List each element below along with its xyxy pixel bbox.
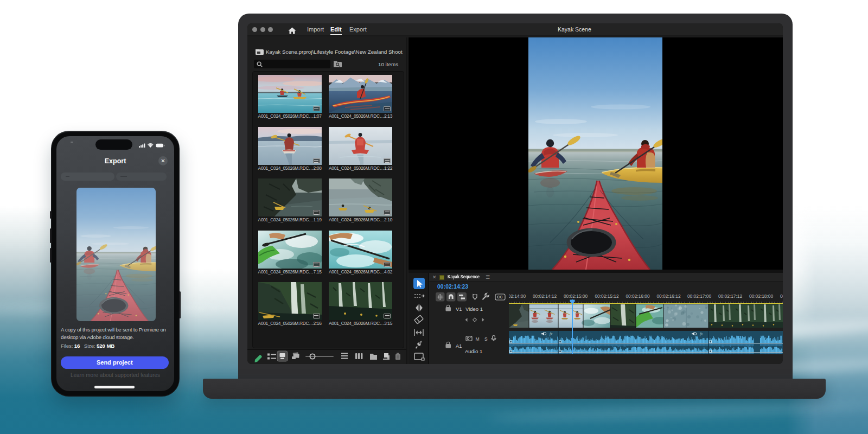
svg-text:CC: CC <box>497 295 502 299</box>
svg-text:A1: A1 <box>456 343 462 349</box>
svg-text:fx: fx <box>550 331 553 336</box>
svg-text:Video 1: Video 1 <box>465 306 483 312</box>
svg-text:fx: fx <box>700 331 703 336</box>
svg-text:Audio 1: Audio 1 <box>465 348 482 354</box>
svg-text:V1: V1 <box>456 306 462 312</box>
svg-text:S: S <box>484 336 488 342</box>
svg-text:M: M <box>476 336 480 342</box>
